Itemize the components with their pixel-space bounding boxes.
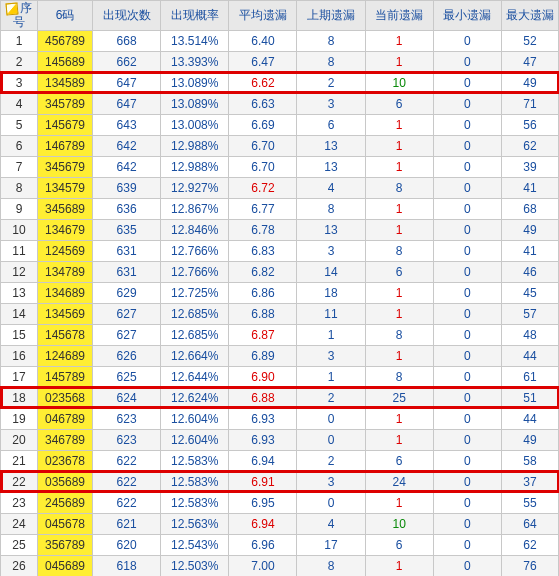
cell-count: 635 xyxy=(93,219,161,240)
table-row[interactable]: 2324568962212.583%6.9501055 xyxy=(1,492,559,513)
cell-max: 48 xyxy=(502,324,559,345)
table-row[interactable]: 2102367862212.583%6.9426058 xyxy=(1,450,559,471)
cell-last: 14 xyxy=(297,261,365,282)
cell-cur: 6 xyxy=(365,534,433,555)
cell-prob: 12.988% xyxy=(161,156,229,177)
cell-cur: 1 xyxy=(365,114,433,135)
cell-code: 345789 xyxy=(38,93,93,114)
cell-last: 13 xyxy=(297,219,365,240)
col-prob[interactable]: 出现概率 xyxy=(161,1,229,31)
cell-cur: 1 xyxy=(365,303,433,324)
cell-code: 134679 xyxy=(38,219,93,240)
table-row[interactable]: 1112456963112.766%6.8338041 xyxy=(1,240,559,261)
cell-last: 0 xyxy=(297,492,365,513)
table-row[interactable]: 2604568961812.503%7.0081076 xyxy=(1,555,559,576)
table-row[interactable]: 614678964212.988%6.70131062 xyxy=(1,135,559,156)
cell-max: 61 xyxy=(502,366,559,387)
cell-seq: 8 xyxy=(1,177,38,198)
cell-count: 642 xyxy=(93,135,161,156)
cell-seq: 20 xyxy=(1,429,38,450)
cell-max: 55 xyxy=(502,492,559,513)
cell-prob: 12.644% xyxy=(161,366,229,387)
cell-seq: 13 xyxy=(1,282,38,303)
cell-code: 245689 xyxy=(38,492,93,513)
cell-count: 631 xyxy=(93,261,161,282)
cell-max: 58 xyxy=(502,450,559,471)
cell-seq: 16 xyxy=(1,345,38,366)
col-code[interactable]: 6码 xyxy=(38,1,93,31)
cell-last: 13 xyxy=(297,135,365,156)
table-row[interactable]: 734567964212.988%6.70131039 xyxy=(1,156,559,177)
cell-prob: 12.604% xyxy=(161,408,229,429)
cell-min: 0 xyxy=(433,555,501,576)
cell-count: 642 xyxy=(93,156,161,177)
cell-avg: 6.78 xyxy=(229,219,297,240)
cell-code: 134689 xyxy=(38,282,93,303)
table-row[interactable]: 1413456962712.685%6.88111057 xyxy=(1,303,559,324)
col-seq[interactable]: 序号 xyxy=(1,1,38,31)
table-row[interactable]: 1714578962512.644%6.9018061 xyxy=(1,366,559,387)
cell-count: 626 xyxy=(93,345,161,366)
cell-code: 134579 xyxy=(38,177,93,198)
cell-min: 0 xyxy=(433,513,501,534)
cell-last: 3 xyxy=(297,93,365,114)
table-row[interactable]: 313458964713.089%6.62210049 xyxy=(1,72,559,93)
cell-seq: 4 xyxy=(1,93,38,114)
cell-cur: 1 xyxy=(365,30,433,51)
table-row[interactable]: 2404567862112.563%6.94410064 xyxy=(1,513,559,534)
table-row[interactable]: 1904678962312.604%6.9301044 xyxy=(1,408,559,429)
cell-code: 134789 xyxy=(38,261,93,282)
cell-seq: 3 xyxy=(1,72,38,93)
table-row[interactable]: 1514567862712.685%6.8718048 xyxy=(1,324,559,345)
col-cur[interactable]: 当前遗漏 xyxy=(365,1,433,31)
cell-avg: 6.69 xyxy=(229,114,297,135)
table-row[interactable]: 145678966813.514%6.4081052 xyxy=(1,30,559,51)
cell-cur: 1 xyxy=(365,492,433,513)
stats-table: 序号 6码 出现次数 出现概率 平均遗漏 上期遗漏 当前遗漏 最小遗漏 最大遗漏… xyxy=(0,0,559,576)
table-row[interactable]: 2034678962312.604%6.9301049 xyxy=(1,429,559,450)
cell-avg: 6.63 xyxy=(229,93,297,114)
table-row[interactable]: 1802356862412.624%6.88225051 xyxy=(1,387,559,408)
cell-last: 11 xyxy=(297,303,365,324)
cell-avg: 6.70 xyxy=(229,135,297,156)
cell-count: 622 xyxy=(93,450,161,471)
table-row[interactable]: 1313468962912.725%6.86181045 xyxy=(1,282,559,303)
cell-cur: 6 xyxy=(365,93,433,114)
table-row[interactable]: 813457963912.927%6.7248041 xyxy=(1,177,559,198)
cell-min: 0 xyxy=(433,261,501,282)
cell-last: 6 xyxy=(297,114,365,135)
cell-avg: 6.88 xyxy=(229,303,297,324)
cell-min: 0 xyxy=(433,408,501,429)
table-row[interactable]: 1013467963512.846%6.78131049 xyxy=(1,219,559,240)
table-row[interactable]: 1213478963112.766%6.82146046 xyxy=(1,261,559,282)
cell-code: 045689 xyxy=(38,555,93,576)
cell-count: 631 xyxy=(93,240,161,261)
table-body: 145678966813.514%6.4081052214568966213.3… xyxy=(1,30,559,576)
cell-seq: 6 xyxy=(1,135,38,156)
col-min[interactable]: 最小遗漏 xyxy=(433,1,501,31)
cell-cur: 6 xyxy=(365,450,433,471)
cell-avg: 6.88 xyxy=(229,387,297,408)
table-row[interactable]: 2203568962212.583%6.91324037 xyxy=(1,471,559,492)
cell-last: 18 xyxy=(297,282,365,303)
cell-count: 623 xyxy=(93,408,161,429)
cell-min: 0 xyxy=(433,471,501,492)
col-last[interactable]: 上期遗漏 xyxy=(297,1,365,31)
cell-seq: 14 xyxy=(1,303,38,324)
cell-cur: 8 xyxy=(365,177,433,198)
table-row[interactable]: 2535678962012.543%6.96176062 xyxy=(1,534,559,555)
table-row[interactable]: 434578964713.089%6.6336071 xyxy=(1,93,559,114)
col-count[interactable]: 出现次数 xyxy=(93,1,161,31)
cell-max: 52 xyxy=(502,30,559,51)
table-row[interactable]: 514567964313.008%6.6961056 xyxy=(1,114,559,135)
table-row[interactable]: 214568966213.393%6.4781047 xyxy=(1,51,559,72)
col-avg[interactable]: 平均遗漏 xyxy=(229,1,297,31)
cell-min: 0 xyxy=(433,345,501,366)
cell-avg: 6.72 xyxy=(229,177,297,198)
cell-last: 3 xyxy=(297,345,365,366)
table-row[interactable]: 1612468962612.664%6.8931044 xyxy=(1,345,559,366)
col-max[interactable]: 最大遗漏 xyxy=(502,1,559,31)
table-row[interactable]: 934568963612.867%6.7781068 xyxy=(1,198,559,219)
cell-seq: 22 xyxy=(1,471,38,492)
cell-cur: 1 xyxy=(365,408,433,429)
